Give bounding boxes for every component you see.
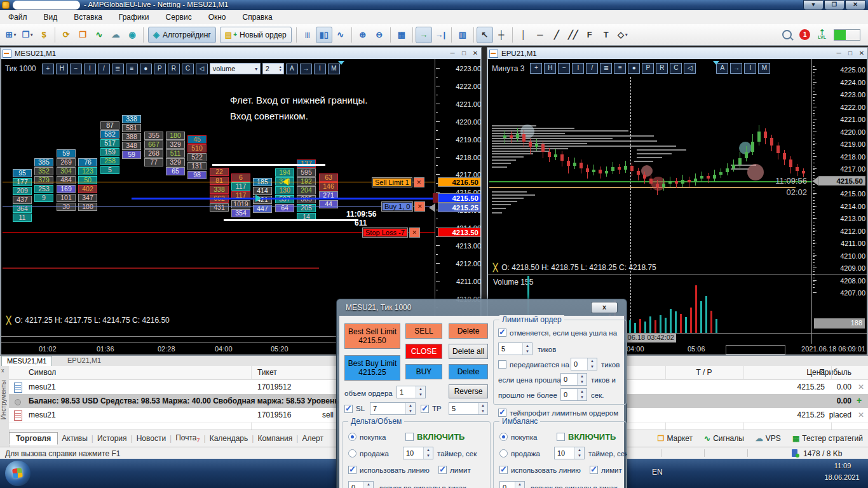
chart-window-titlebar[interactable]: MESU21,M1 ─ □ ✕	[1, 48, 481, 60]
inner-button-−[interactable]: −	[558, 63, 570, 74]
chart-tab-EPU21,M1[interactable]: EPU21,M1	[62, 356, 106, 365]
horizontal-line[interactable]	[3, 268, 319, 269]
profiles-button[interactable]: ❐▾	[19, 27, 36, 43]
price-axis[interactable]: 4223.004222.004221.004220.004219.004218.…	[435, 59, 480, 336]
trade-panel-dialog[interactable]: MESU21, Тик 1000 x Best Sell Limit4215.5…	[336, 299, 627, 488]
cancel-if-price-checkbox[interactable]	[498, 329, 506, 337]
inner-button-+[interactable]: +	[42, 64, 54, 74]
menu-Графики[interactable]: Графики	[111, 10, 158, 24]
lvl-indicator[interactable]: ⇡LVL	[818, 30, 826, 40]
close-order-icon[interactable]: ✕	[414, 177, 424, 187]
inner-button-≡[interactable]: ≡	[126, 64, 138, 74]
buy-order-label[interactable]: Buy 1, 0✕	[381, 201, 425, 212]
inner-button-R[interactable]: R	[168, 64, 180, 74]
menu-Вид[interactable]: Вид	[36, 10, 66, 24]
delta-volume-sell-radio[interactable]	[348, 449, 356, 458]
inner-button-H[interactable]: H	[56, 64, 68, 74]
candlestick-chart-button[interactable]: ▮▯	[316, 27, 332, 43]
cluster-size-spinner[interactable]: 2▲▼	[262, 63, 284, 74]
imbalance-enable-checkbox[interactable]	[557, 433, 565, 441]
volume-mode-dropdown[interactable]: volume▼	[210, 63, 261, 74]
delta-volume-enable-checkbox[interactable]	[405, 433, 414, 441]
inner-button-I[interactable]: I	[744, 63, 756, 74]
inner-button-→[interactable]: →	[300, 64, 312, 74]
horizontal-line[interactable]	[3, 182, 435, 182]
support-line[interactable]	[489, 187, 796, 188]
toolbox-tab-Новости[interactable]: Новости	[133, 434, 170, 443]
close-position-icon[interactable]: ✕	[858, 410, 864, 419]
fibonacci-button[interactable]: F	[581, 27, 598, 43]
best-buy-limit-button[interactable]: Best Buy Limit4215.25	[344, 355, 400, 381]
algo-trading-button[interactable]: ◈Алготрейдинг	[148, 27, 216, 43]
inner-button-C[interactable]: C	[670, 63, 682, 74]
close-icon[interactable]: ✕	[470, 48, 481, 58]
signals-tab[interactable]: ∿Сигналы	[704, 434, 744, 443]
imbalance-buy-radio[interactable]	[499, 433, 508, 441]
cancel-ticks-spinner[interactable]: 5▲▼	[498, 342, 532, 355]
vertical-line-button[interactable]: │	[515, 27, 532, 43]
new-order-button[interactable]: ▤+Новый ордер	[220, 27, 292, 43]
inner-button-I[interactable]: I	[314, 64, 326, 74]
maximize-icon[interactable]: □	[458, 48, 470, 58]
best-sell-limit-button[interactable]: Best Sell Limit4215.50	[344, 323, 400, 349]
tp-spinner[interactable]: 5▲▼	[449, 402, 488, 415]
tray-clock-time[interactable]: 11:09	[825, 462, 860, 470]
inner-button-I[interactable]: I	[572, 63, 584, 74]
delta-volume-tolerance-spinner[interactable]: 0▲▼	[348, 481, 374, 488]
equidistant-channel-button[interactable]: ╱╱	[565, 27, 581, 43]
inner-button-P[interactable]: P	[154, 64, 166, 74]
vps-cloud-button[interactable]: ☁	[107, 27, 124, 43]
inner-button-≡[interactable]: ≡	[614, 63, 626, 74]
search-icon[interactable]	[782, 30, 792, 39]
community-search-button[interactable]: ◉	[124, 27, 140, 43]
inner-button-−[interactable]: −	[70, 64, 82, 74]
column-header-Символ[interactable]: Символ	[29, 368, 56, 377]
add-funds-icon[interactable]: +	[857, 395, 862, 405]
toolbox-tab-История[interactable]: История	[93, 434, 131, 443]
inner-button-I[interactable]: I	[84, 64, 96, 74]
delete-buy-orders-button[interactable]: Delete	[449, 364, 488, 379]
trail-ticks-spinner[interactable]: 0▲▼	[571, 358, 597, 370]
zoom-in-button[interactable]: ⊕	[355, 27, 371, 43]
column-header-Прибыль[interactable]: Прибыль	[756, 368, 851, 377]
sl-checkbox[interactable]	[344, 405, 353, 413]
save-template-button[interactable]: ▥	[454, 27, 471, 43]
language-indicator[interactable]: EN	[652, 468, 663, 477]
zoom-out-button[interactable]: ⊖	[371, 27, 388, 43]
window-titlebar[interactable]: - AMPGlobalEU-Live - Netting - MESU21,M1…	[0, 0, 868, 10]
minimize-icon[interactable]: ─	[833, 48, 844, 58]
order-volume-spinner[interactable]: 1▲▼	[397, 386, 426, 398]
vps-tab[interactable]: ☁VPS	[756, 434, 781, 443]
horizontal-line[interactable]	[3, 206, 435, 207]
cursor-button[interactable]: ↖	[477, 27, 493, 43]
inner-button-/[interactable]: /	[98, 64, 110, 74]
price-passed-spinner[interactable]: 0▲▼	[560, 373, 587, 386]
delta-volume-timer-spinner[interactable]: 10▲▼	[403, 447, 433, 459]
trendline-button[interactable]: ╱	[548, 27, 565, 43]
inner-button-M[interactable]: M	[758, 63, 770, 74]
inner-button-◁[interactable]: ◁	[196, 64, 208, 74]
menu-Сервис[interactable]: Сервис	[158, 10, 200, 24]
close-order-icon[interactable]: ✕	[409, 227, 420, 238]
tp-checkbox[interactable]	[421, 405, 429, 413]
imbalance-limit-checkbox[interactable]	[590, 466, 598, 474]
bar-chart-button[interactable]: |||	[299, 27, 316, 43]
auto-scroll-button[interactable]: →	[416, 27, 432, 43]
menu-Окно[interactable]: Окно	[200, 10, 234, 24]
inner-button-/[interactable]: /	[586, 63, 598, 74]
imbalance-tolerance-spinner[interactable]: 0▲▼	[499, 481, 525, 488]
close-position-icon[interactable]: ✕	[858, 383, 864, 391]
toolbox-tab-Алерт[interactable]: Алерт	[298, 434, 327, 443]
price-axis[interactable]: 4225.004224.004223.004222.004221.004220.…	[811, 59, 867, 344]
line-chart-button[interactable]: ∿	[332, 27, 349, 43]
history-center-button[interactable]: ⟳	[58, 27, 74, 43]
column-header-Тикет[interactable]: Тикет	[257, 368, 277, 377]
restore-button[interactable]: ❐	[824, 0, 844, 10]
notifications-badge[interactable]: 1	[799, 29, 810, 40]
close-position-button[interactable]: CLOSE	[405, 344, 442, 359]
tile-windows-button[interactable]: ▦	[393, 27, 410, 43]
column-header-T / P[interactable]: T / P	[691, 368, 717, 377]
inner-button-P[interactable]: P	[642, 63, 654, 74]
inner-button-H[interactable]: H	[544, 63, 556, 74]
sell-limit-order-label[interactable]: Sell Limit 1✕	[372, 177, 424, 187]
